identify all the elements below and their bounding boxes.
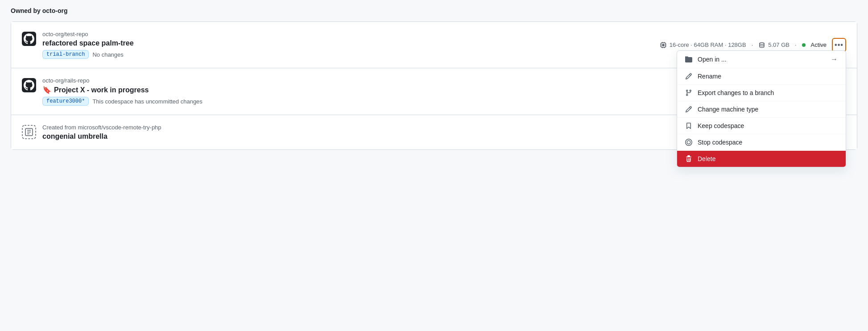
bookmark-icon xyxy=(685,122,692,129)
dashed-icon-3 xyxy=(22,125,36,139)
codespace-info-3: Created from microsoft/vscode-remote-try… xyxy=(42,124,161,141)
codespace-left-3: Created from microsoft/vscode-remote-try… xyxy=(22,124,743,141)
codespace-right-1: 16-core · 64GB RAM · 128GB · 5.07 GB · A… xyxy=(660,38,846,52)
delete-label: Delete xyxy=(698,155,715,162)
codespace-left-1: octo-org/test-repo refactored space palm… xyxy=(22,31,660,59)
codespace-name-2: 🔖 Project X - work in progress xyxy=(42,86,203,94)
specs-1: 16-core · 64GB RAM · 128GB xyxy=(660,41,746,49)
ellipsis-icon-1: ••• xyxy=(835,41,843,49)
dropdown-change-machine[interactable]: Change machine type xyxy=(677,101,846,118)
dropdown-menu: Open in ... → Rename xyxy=(677,50,846,167)
dropdown-export[interactable]: Export changes to a branch xyxy=(677,85,846,101)
database-icon-1 xyxy=(758,41,765,49)
open-in-label: Open in ... xyxy=(698,56,727,63)
codespace-meta-2: feature3000* This codespace has uncommit… xyxy=(42,97,203,106)
trash-icon xyxy=(685,155,692,162)
svg-point-11 xyxy=(760,42,764,44)
storage-1: 5.07 GB xyxy=(758,41,789,49)
branch-badge-1: trial-branch xyxy=(42,50,89,59)
changes-text-2: This codespace has uncommitted changes xyxy=(92,98,202,105)
section-header: Owned by octo-org xyxy=(0,0,868,21)
codespace-item-1: octo-org/test-repo refactored space palm… xyxy=(11,22,857,68)
github-icon-1 xyxy=(22,32,36,46)
folder-icon xyxy=(685,56,692,63)
more-button-1[interactable]: ••• xyxy=(832,38,846,52)
branch-icon xyxy=(685,89,692,96)
change-machine-label: Change machine type xyxy=(698,106,758,113)
arrow-icon: → xyxy=(831,55,838,63)
status-text-1: Active xyxy=(811,41,827,48)
pencil-icon-machine xyxy=(685,106,692,113)
codespace-left-2: octo-org/rails-repo 🔖 Project X - work i… xyxy=(22,77,740,106)
branch-badge-2: feature3000* xyxy=(42,97,89,106)
codespace-name-3: congenial umbrella xyxy=(42,132,161,141)
keep-label: Keep codespace xyxy=(698,122,744,129)
cpu-icon-1 xyxy=(660,41,667,49)
dropdown-delete[interactable]: Delete xyxy=(677,151,846,167)
page-container: Owned by octo-org octo-org/test-repo ref… xyxy=(0,0,868,331)
github-icon-2 xyxy=(22,78,36,92)
pencil-icon-rename xyxy=(685,73,692,80)
export-label: Export changes to a branch xyxy=(698,89,774,96)
codespace-info-2: octo-org/rails-repo 🔖 Project X - work i… xyxy=(42,77,203,106)
dropdown-rename[interactable]: Rename xyxy=(677,68,846,85)
codespace-info-1: octo-org/test-repo refactored space palm… xyxy=(42,31,134,59)
pin-icon-2: 🔖 xyxy=(42,86,51,94)
repo-name-2: octo-org/rails-repo xyxy=(42,77,203,84)
stop-label: Stop codespace xyxy=(698,139,742,146)
repo-name-1: octo-org/test-repo xyxy=(42,31,134,37)
codespace-meta-1: trial-branch No changes xyxy=(42,50,134,59)
dropdown-keep[interactable]: Keep codespace xyxy=(677,118,846,134)
codespace-name-1: refactored space palm-tree xyxy=(42,39,134,47)
svg-rect-2 xyxy=(662,44,664,46)
dropdown-open-in[interactable]: Open in ... → xyxy=(677,51,846,68)
stop-icon xyxy=(685,139,692,146)
rename-label: Rename xyxy=(698,73,721,80)
owned-by-label: Owned by octo-org xyxy=(11,7,68,14)
status-dot-1 xyxy=(802,43,806,47)
repo-name-3: Created from microsoft/vscode-remote-try… xyxy=(42,124,161,131)
changes-text-1: No changes xyxy=(92,51,123,58)
codespace-list: octo-org/test-repo refactored space palm… xyxy=(11,21,857,150)
dropdown-stop[interactable]: Stop codespace xyxy=(677,134,846,151)
